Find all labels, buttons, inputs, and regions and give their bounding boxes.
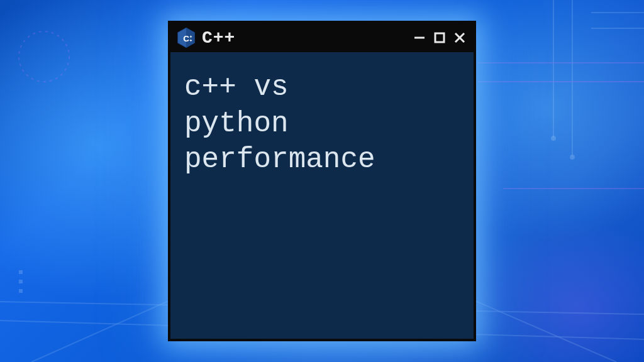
svg-rect-23 [435, 33, 444, 42]
minimize-button[interactable] [412, 30, 427, 45]
window-title: C++ [202, 28, 406, 48]
terminal-content: c++ vs python performance [170, 52, 474, 339]
window-titlebar[interactable]: C + + C++ [170, 23, 474, 52]
terminal-window: C + + C++ c++ vs python performance [168, 21, 476, 341]
cpp-logo-icon: C + + [177, 27, 196, 48]
svg-point-13 [570, 155, 575, 160]
window-controls [412, 30, 467, 45]
svg-rect-16 [19, 289, 23, 293]
svg-point-11 [19, 31, 69, 82]
maximize-button[interactable] [432, 30, 447, 45]
svg-rect-14 [19, 270, 23, 274]
close-button[interactable] [452, 30, 467, 45]
svg-text:+: + [190, 39, 192, 43]
svg-text:C: C [183, 34, 189, 43]
svg-point-12 [551, 136, 556, 141]
svg-rect-15 [19, 280, 23, 283]
